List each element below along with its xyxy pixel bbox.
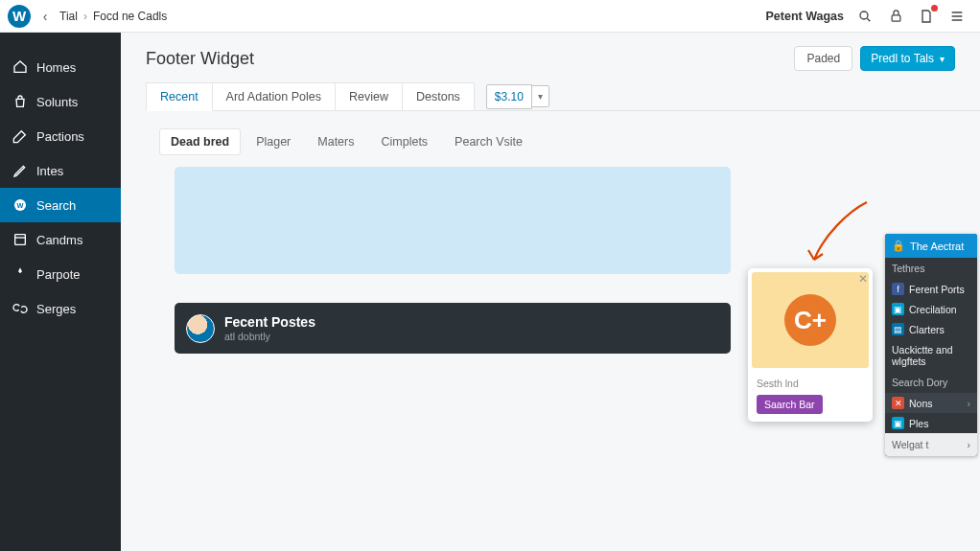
sidebar-item-solunts[interactable]: Solunts [0,84,121,119]
f-icon: f [892,283,904,295]
sidebar-item-search[interactable]: WSearch [0,188,121,222]
panel-row-label: Ferent Ports [909,284,965,295]
sidebar-item-homes[interactable]: Homes [0,50,121,84]
chevron-right-icon: › [968,439,971,450]
secondary-tabs: Dead bred Plager Maters Cimplets Pearch … [159,128,980,155]
notification-icon[interactable] [917,7,936,26]
panel-footer[interactable]: Welgat t› [885,433,977,456]
widget-dropzone[interactable] [175,167,731,274]
recent-posts-widget[interactable]: Fecent Postes atl dobntly [175,303,731,354]
price-select-value[interactable]: $3.10 [486,84,532,109]
panel-row-label: Clarters [909,324,945,335]
avatar [186,314,215,343]
back-arrow-icon[interactable]: ‹ [36,8,54,25]
square-icon: ▣ [892,303,904,315]
panel-row-multiline[interactable]: Uackictte and wlgftets [885,339,977,372]
sidebar-item-serges[interactable]: Serges [0,291,121,326]
sidebar-item-label: Pactions [36,129,84,144]
primary-tabs: Recent Ard Adation Poles Review Destons … [146,82,980,111]
svg-rect-4 [15,235,26,245]
price-select-toggle[interactable]: ▾ [532,85,549,107]
search-bar-button[interactable]: Saarch Bar [757,395,823,414]
panel-row-label: Crecilation [909,304,957,315]
page-title: Footer Widget [146,49,254,69]
panel-row-nons[interactable]: ✕Nons› [885,393,977,413]
svg-point-0 [860,11,868,19]
breadcrumb-2: Focd ne Cadls [93,10,167,23]
wp-small-icon: W [12,196,29,214]
svg-text:W: W [17,201,24,210]
subtab-maters[interactable]: Maters [306,128,365,155]
primary-action-label: Predl to Tals [871,52,934,65]
user-label[interactable]: Petent Wagas [765,10,844,23]
sidebar-item-label: Solunts [36,95,78,109]
chevron-right-icon: › [968,398,971,409]
sidebar-item-label: Search [36,198,76,213]
home-icon [12,58,29,76]
sidebar-item-label: Homes [36,60,76,75]
tab-review[interactable]: Review [336,82,403,111]
chevron-down-icon: ▾ [940,54,945,64]
sidebar-item-pactions[interactable]: Pactions [0,119,121,153]
layout-icon [12,231,29,248]
subtab-cimplets[interactable]: Cimplets [369,128,439,155]
widget-panel: 🔒The Aectrat Tethres fFerent Ports ▣Crec… [885,234,977,456]
panel-row-clarters[interactable]: ▤Clarters [885,319,977,339]
sidebar: Homes Solunts Pactions Intes WSearch Can… [0,33,121,551]
logo-letter: W [12,8,26,24]
panel-row-crecilation[interactable]: ▣Crecilation [885,299,977,319]
pen-icon [12,127,29,145]
arrow-annotation [790,197,876,274]
popup-thumbnail: C+ [752,272,869,368]
widget-panel-title: The Aectrat [910,241,964,252]
wp-logo-icon: W [8,5,31,28]
sidebar-item-label: Parpote [36,267,81,282]
link-icon [12,300,29,317]
status-pill[interactable]: Paded [794,46,852,71]
sidebar-item-label: Serges [36,302,76,316]
search-icon[interactable] [855,7,875,26]
popup-caption: Sesth lnd [748,372,873,392]
lock-small-icon: 🔒 [892,240,905,252]
widget-subtitle: atl dobntly [224,331,315,342]
lock-icon[interactable] [886,7,905,26]
breadcrumb-1[interactable]: Tial [59,10,78,23]
subtab-deadbred[interactable]: Dead bred [159,128,241,155]
panel-row-label: Ples [909,418,928,429]
widget-popup: ✕ C+ Sesth lnd Saarch Bar [748,268,873,422]
panel-footer-label: Welgat t [892,439,928,450]
breadcrumb-divider: › [83,10,87,23]
panel-section-tethres: Tethres [885,258,977,279]
primary-action-button[interactable]: Predl to Tals▾ [860,46,955,71]
panel-row-label: Nons [909,398,933,409]
sidebar-item-parpote[interactable]: Parpote [0,257,121,291]
tab-destons[interactable]: Destons [403,82,475,111]
panel-row-ferent[interactable]: fFerent Ports [885,279,977,299]
subtab-plager[interactable]: Plager [245,128,302,155]
pin-icon [12,265,29,283]
folder-icon: ▤ [892,323,904,335]
sidebar-item-label: Candms [36,233,82,247]
sidebar-item-candms[interactable]: Candms [0,222,121,257]
square-icon: ▣ [892,417,904,429]
c-plus-icon: C+ [784,294,836,346]
sidebar-item-label: Intes [36,164,63,178]
sidebar-item-intes[interactable]: Intes [0,153,121,188]
x-icon: ✕ [892,397,904,409]
tab-recent[interactable]: Recent [146,82,213,111]
widget-title: Fecent Postes [224,314,315,330]
svg-rect-1 [892,15,900,21]
panel-row-ples[interactable]: ▣Ples [885,413,977,433]
close-icon[interactable]: ✕ [858,272,868,286]
subtab-pearch[interactable]: Pearch Vsite [443,128,534,155]
pencil-icon [12,162,29,179]
bag-icon [12,93,29,110]
panel-section-searchdory: Search Dory [885,372,977,393]
tab-adation[interactable]: Ard Adation Poles [213,82,336,111]
menu-icon[interactable] [947,7,967,26]
widget-panel-header[interactable]: 🔒The Aectrat [885,234,977,258]
